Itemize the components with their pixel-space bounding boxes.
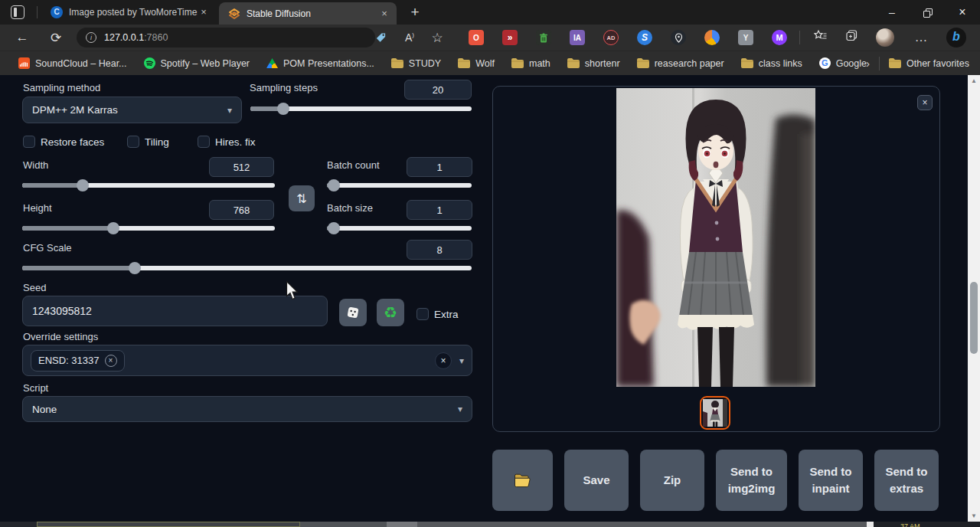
bookmark-label: Wolf xyxy=(475,58,495,69)
batch-count-input[interactable] xyxy=(407,157,472,177)
restore-faces-checkbox[interactable] xyxy=(23,136,35,148)
minimize-button[interactable]: – xyxy=(874,0,910,25)
bookmark-spotify[interactable]: Spotify – Web Player xyxy=(144,57,250,69)
slider-knob[interactable] xyxy=(77,179,89,191)
close-tab-icon[interactable]: × xyxy=(198,6,210,18)
override-chip-text: ENSD: 31337 xyxy=(38,355,100,366)
tab-bar: C Image posted by TwoMoreTimes × Stable … xyxy=(0,0,980,25)
bookmark-folder-math[interactable]: math xyxy=(511,58,550,69)
tab-actions-icon[interactable] xyxy=(11,5,24,19)
extension-shazam-icon[interactable]: S xyxy=(637,30,652,45)
close-gallery-button[interactable]: × xyxy=(917,95,933,110)
restore-button[interactable] xyxy=(910,0,945,25)
bookmark-label: Google xyxy=(836,58,867,69)
random-seed-button[interactable] xyxy=(339,299,367,326)
favorites-list-icon[interactable] xyxy=(810,29,830,46)
extension-y-icon[interactable]: Y xyxy=(738,30,753,45)
read-aloud-icon[interactable]: A) xyxy=(400,31,420,44)
extension-globe-icon[interactable] xyxy=(704,30,720,45)
extension-speed-icon[interactable]: » xyxy=(502,30,518,45)
bookmark-other-favorites[interactable]: Other favorites xyxy=(889,58,969,69)
slider-knob[interactable] xyxy=(328,179,340,191)
gallery-thumbnail-selected[interactable] xyxy=(700,396,730,430)
width-slider[interactable] xyxy=(22,179,275,191)
profile-avatar[interactable] xyxy=(876,28,894,47)
taskbar-active-app[interactable] xyxy=(37,522,300,527)
override-chip[interactable]: ENSD: 31337 × xyxy=(31,350,125,372)
open-folder-button[interactable] xyxy=(492,450,553,511)
site-info-icon[interactable]: i xyxy=(86,32,96,43)
slider-knob[interactable] xyxy=(328,222,340,234)
send-to-inpaint-button[interactable]: Send to inpaint xyxy=(799,450,863,511)
bookmark-google[interactable]: G Google xyxy=(819,57,867,69)
extension-trash-icon[interactable] xyxy=(536,30,551,45)
slider-knob[interactable] xyxy=(129,262,141,274)
slider-track xyxy=(22,183,275,188)
settings-menu-icon[interactable]: … xyxy=(911,30,931,45)
slider-knob[interactable] xyxy=(277,103,289,115)
refresh-button[interactable]: ⟳ xyxy=(46,30,66,46)
close-tab-icon[interactable]: × xyxy=(378,8,390,20)
bing-copilot-icon[interactable]: b xyxy=(946,28,966,47)
height-slider[interactable] xyxy=(22,222,275,234)
collections-icon[interactable] xyxy=(842,29,862,46)
extra-checkbox[interactable] xyxy=(416,308,429,320)
bookmark-folder-classlinks[interactable]: class links xyxy=(741,58,802,69)
slider-knob[interactable] xyxy=(107,222,119,234)
sampling-steps-input[interactable] xyxy=(404,80,472,100)
favorite-star-icon[interactable]: ☆ xyxy=(427,30,447,46)
height-input[interactable] xyxy=(209,200,274,220)
batch-size-input[interactable] xyxy=(407,200,472,220)
slider-track xyxy=(22,266,472,270)
new-tab-button[interactable]: + xyxy=(406,4,424,22)
address-bar[interactable]: i 127.0.0.1 :7860 xyxy=(77,28,375,47)
batch-size-slider[interactable] xyxy=(327,222,472,234)
extension-ia-icon[interactable]: IA xyxy=(570,30,585,45)
tiling-checkbox[interactable] xyxy=(127,136,139,148)
page-scrollbar[interactable]: ▲ ▼ xyxy=(968,75,980,522)
bookmark-soundcloud[interactable]: SoundCloud – Hear... xyxy=(18,57,127,69)
save-button[interactable]: Save xyxy=(564,450,629,511)
bookmark-pom[interactable]: POM Presentations... xyxy=(266,58,374,69)
extension-o-icon[interactable]: O xyxy=(469,30,484,45)
zip-button[interactable]: Zip xyxy=(640,450,704,511)
chevron-down-icon[interactable]: ▾ xyxy=(459,355,464,366)
width-input[interactable] xyxy=(209,157,274,177)
bookmarks-overflow-icon[interactable]: › xyxy=(866,57,870,70)
shopping-tag-icon[interactable] xyxy=(375,32,387,44)
remove-chip-icon[interactable]: × xyxy=(105,355,117,367)
batch-size-label: Batch size xyxy=(327,202,373,214)
scroll-down-icon[interactable]: ▼ xyxy=(968,510,980,522)
extension-adblock-icon[interactable]: AD xyxy=(603,30,619,45)
scroll-up-icon[interactable]: ▲ xyxy=(968,75,980,87)
close-window-button[interactable]: × xyxy=(945,0,980,25)
extension-monica-icon[interactable]: M xyxy=(772,30,787,45)
seed-input[interactable] xyxy=(22,296,328,326)
send-to-extras-button[interactable]: Send to extras xyxy=(874,450,939,511)
bookmark-folder-study[interactable]: STUDY xyxy=(391,58,441,69)
reuse-seed-button[interactable]: ♻ xyxy=(377,299,404,326)
taskbar-segment xyxy=(300,522,387,527)
sampling-method-dropdown[interactable]: DPM++ 2M Karras ▾ xyxy=(22,97,242,123)
taskbar-tray-chevron-icon[interactable] xyxy=(867,522,874,527)
script-dropdown[interactable]: None ▾ xyxy=(22,396,472,422)
tab-stable-diffusion[interactable]: Stable Diffusion × xyxy=(219,2,397,25)
generated-image[interactable] xyxy=(616,88,815,387)
mouse-cursor xyxy=(286,280,299,301)
back-button[interactable]: ← xyxy=(12,30,32,45)
bookmark-folder-research[interactable]: reasearch paper xyxy=(637,58,724,69)
bookmark-folder-shortenr[interactable]: shortenr xyxy=(567,58,620,69)
bookmark-folder-wolf[interactable]: Wolf xyxy=(458,58,495,69)
hires-fix-checkbox[interactable] xyxy=(198,136,210,148)
clear-all-icon[interactable]: × xyxy=(435,352,452,369)
send-to-img2img-button[interactable]: Send to img2img xyxy=(716,450,787,511)
cfg-scale-input[interactable] xyxy=(407,240,472,260)
extension-pin-icon[interactable] xyxy=(671,30,686,45)
cfg-scale-slider[interactable] xyxy=(22,262,472,274)
tab-civitai[interactable]: C Image posted by TwoMoreTimes × xyxy=(41,0,216,25)
scrollbar-thumb[interactable] xyxy=(970,282,978,354)
swap-dimensions-button[interactable]: ⇅ xyxy=(289,185,315,211)
override-settings-box[interactable]: ENSD: 31337 × × ▾ xyxy=(22,345,472,376)
sampling-steps-slider[interactable] xyxy=(250,103,472,115)
batch-count-slider[interactable] xyxy=(327,179,472,191)
